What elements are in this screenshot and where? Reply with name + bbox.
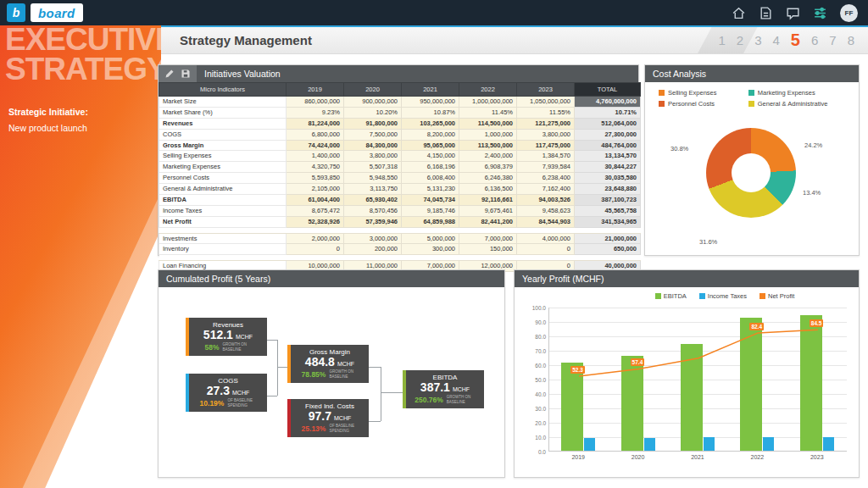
data-cell[interactable]: 2,105,000 <box>287 184 344 195</box>
data-cell[interactable]: 3,800,000 <box>517 129 575 140</box>
data-cell[interactable]: 13,134,570 <box>575 151 641 162</box>
data-cell[interactable]: 74,424,000 <box>287 140 344 151</box>
data-cell[interactable]: 61,004,400 <box>287 194 344 205</box>
page-number-1[interactable]: 1 <box>718 33 725 47</box>
data-cell[interactable]: 6,136,500 <box>459 184 517 195</box>
data-cell[interactable]: 7,500,000 <box>344 129 402 140</box>
page-number-3[interactable]: 3 <box>754 33 761 47</box>
data-cell[interactable]: 9,185,746 <box>402 205 459 216</box>
page-number-4[interactable]: 4 <box>773 33 780 47</box>
page-number-2[interactable]: 2 <box>737 33 743 47</box>
data-cell[interactable]: 8,570,456 <box>344 205 402 216</box>
data-cell[interactable]: 200,000 <box>344 244 402 255</box>
data-cell[interactable]: 81,224,000 <box>287 118 344 129</box>
data-cell[interactable]: 23,648,880 <box>575 184 641 195</box>
data-cell[interactable]: 45,565,758 <box>575 205 641 216</box>
data-cell[interactable]: 6,238,400 <box>517 173 575 184</box>
data-cell[interactable]: 10.71% <box>575 107 641 118</box>
export-report-icon[interactable] <box>759 6 773 20</box>
data-cell[interactable]: 6,246,380 <box>459 173 517 184</box>
save-icon[interactable] <box>181 69 191 79</box>
data-cell[interactable]: 300,000 <box>402 244 459 255</box>
data-cell[interactable]: 7,162,400 <box>517 184 575 195</box>
page-number-5[interactable]: 5 <box>791 30 800 50</box>
page-number-8[interactable]: 8 <box>848 33 854 47</box>
data-cell[interactable]: 6,908,379 <box>459 162 517 173</box>
data-cell[interactable]: 1,000,000,000 <box>459 97 517 108</box>
data-cell[interactable]: 117,475,000 <box>517 140 575 151</box>
data-cell[interactable]: 11.55% <box>517 107 575 118</box>
chat-icon[interactable] <box>786 6 800 20</box>
data-cell[interactable]: 5,948,550 <box>344 173 402 184</box>
data-cell[interactable]: 30,035,580 <box>575 173 641 184</box>
data-cell[interactable]: 65,930,402 <box>344 194 402 205</box>
data-cell[interactable]: 74,045,734 <box>402 194 459 205</box>
data-cell[interactable]: 1,400,000 <box>287 151 344 162</box>
data-cell[interactable]: 860,000,000 <box>287 97 344 108</box>
data-cell[interactable]: 57,359,946 <box>344 216 402 227</box>
data-cell[interactable]: 950,000,000 <box>402 97 459 108</box>
data-cell[interactable]: 10.20% <box>344 107 402 118</box>
user-avatar[interactable]: FF <box>840 4 858 22</box>
data-cell[interactable]: 150,000 <box>459 244 517 255</box>
data-cell[interactable]: 900,000,000 <box>344 97 402 108</box>
column-header[interactable]: TOTAL <box>575 83 641 97</box>
data-cell[interactable]: 4,760,000,000 <box>575 97 641 108</box>
data-cell[interactable]: 5,000,000 <box>402 233 459 244</box>
legend-item[interactable]: Personnel Costs <box>659 100 742 108</box>
legend-item[interactable]: EBITDA <box>655 292 687 300</box>
column-header[interactable]: 2019 <box>287 83 344 97</box>
data-cell[interactable]: 84,300,000 <box>344 140 402 151</box>
data-cell[interactable]: 4,320,750 <box>287 162 344 173</box>
column-header[interactable]: 2022 <box>459 83 517 97</box>
data-cell[interactable]: 52,328,926 <box>287 216 344 227</box>
data-cell[interactable]: 113,500,000 <box>459 140 517 151</box>
legend-item[interactable]: Marketing Expenses <box>748 89 852 97</box>
data-cell[interactable]: 27,300,000 <box>575 129 641 140</box>
column-header[interactable]: 2021 <box>402 83 459 97</box>
data-cell[interactable]: 0 <box>517 244 575 255</box>
data-cell[interactable]: 103,265,000 <box>402 118 459 129</box>
edit-pencil-icon[interactable] <box>164 69 175 79</box>
data-cell[interactable]: 6,008,400 <box>402 173 459 184</box>
data-cell[interactable]: 30,844,227 <box>575 162 641 173</box>
data-cell[interactable]: 5,507,318 <box>344 162 402 173</box>
page-number-6[interactable]: 6 <box>811 33 818 47</box>
column-header[interactable]: Micro Indicators <box>159 83 287 97</box>
cost-analysis-donut[interactable] <box>706 128 796 218</box>
data-cell[interactable]: 8,200,000 <box>402 129 459 140</box>
data-cell[interactable]: 114,500,000 <box>459 118 517 129</box>
data-cell[interactable]: 3,800,000 <box>344 151 402 162</box>
data-cell[interactable]: 21,000,000 <box>575 233 641 244</box>
legend-item[interactable]: General & Administrative <box>748 100 852 108</box>
data-cell[interactable]: 484,764,000 <box>575 140 641 151</box>
column-header[interactable]: 2023 <box>517 83 575 97</box>
data-cell[interactable]: 4,000,000 <box>517 233 575 244</box>
legend-item[interactable]: Selling Expenses <box>659 89 742 97</box>
data-cell[interactable]: 64,859,988 <box>402 216 459 227</box>
data-cell[interactable]: 4,150,000 <box>402 151 459 162</box>
data-cell[interactable]: 387,100,723 <box>575 194 641 205</box>
page-number-7[interactable]: 7 <box>829 33 836 47</box>
data-cell[interactable]: 121,275,000 <box>517 118 575 129</box>
data-cell[interactable]: 11.45% <box>459 107 517 118</box>
column-header[interactable]: 2020 <box>344 83 402 97</box>
data-cell[interactable]: 3,113,750 <box>344 184 402 195</box>
data-cell[interactable]: 9,675,461 <box>459 205 517 216</box>
data-cell[interactable]: 6,168,196 <box>402 162 459 173</box>
data-cell[interactable]: 1,000,000 <box>459 129 517 140</box>
data-cell[interactable]: 6,800,000 <box>287 129 344 140</box>
data-cell[interactable]: 1,050,000,000 <box>517 97 575 108</box>
data-cell[interactable]: 84,544,903 <box>517 216 575 227</box>
data-cell[interactable]: 92,116,661 <box>459 194 517 205</box>
data-cell[interactable]: 2,000,000 <box>287 233 344 244</box>
data-cell[interactable]: 82,441,200 <box>459 216 517 227</box>
data-cell[interactable]: 0 <box>287 244 344 255</box>
data-cell[interactable]: 5,131,230 <box>402 184 459 195</box>
filter-sliders-icon[interactable] <box>813 6 827 20</box>
data-cell[interactable]: 95,065,000 <box>402 140 459 151</box>
data-cell[interactable]: 650,000 <box>575 244 641 255</box>
data-cell[interactable]: 1,384,570 <box>517 151 575 162</box>
data-cell[interactable]: 10.87% <box>402 107 459 118</box>
data-cell[interactable]: 7,000,000 <box>459 233 517 244</box>
